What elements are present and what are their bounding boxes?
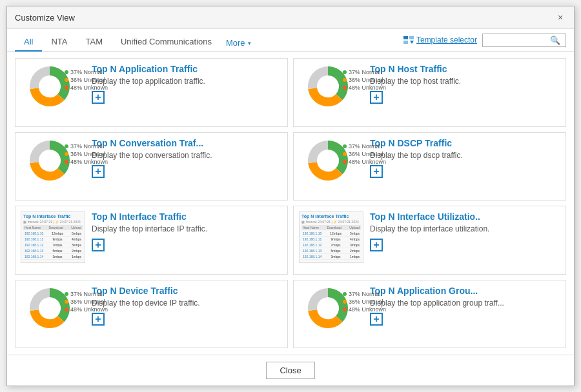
add-widget-button[interactable]: +	[370, 239, 383, 251]
legend-item: 48% Unknown	[343, 306, 386, 313]
toolbar: All NTA TAM Unified Communications More …	[7, 29, 574, 52]
card-top-n-conversation: 37% Normal 36% Unusual 48% Unknown Top N…	[15, 132, 288, 201]
card-description: Display the top application traffic.	[92, 77, 282, 86]
customize-view-dialog: Customize View × All NTA TAM Unified Com…	[6, 6, 575, 386]
card-thumbnail: Top N Interface Traffic ▦ Interval: 24:0…	[21, 211, 85, 263]
legend-item: 36% Unusual	[65, 299, 108, 305]
legend-item: 48% Unknown	[343, 84, 386, 91]
legend-item: 37% Normal	[343, 143, 386, 150]
close-button[interactable]: Close	[266, 362, 314, 379]
tab-all[interactable]: All	[15, 33, 42, 52]
legend-dot	[65, 78, 68, 82]
add-widget-button[interactable]: +	[92, 313, 105, 326]
add-widget-button[interactable]: +	[92, 165, 105, 178]
card-title: Top N Conversation Traf...	[92, 138, 282, 148]
donut-chart: 37% Normal 36% Unusual 48% Unknown	[305, 286, 357, 337]
legend-item: 36% Unusual	[343, 77, 386, 83]
card-top-n-interface-util: Top N Interface Traffic ▦ Interval: 24:0…	[293, 206, 566, 275]
card-info: Top N Application Grou... Display the to…	[370, 286, 560, 326]
donut-legend: 37% Normal 36% Unusual 48% Unknown	[343, 291, 386, 313]
legend-label: 36% Unusual	[349, 299, 383, 305]
legend-dot	[65, 144, 68, 148]
search-input[interactable]	[485, 35, 550, 44]
legend-item: 36% Unusual	[343, 151, 386, 157]
card-description: Display the top conversation traffic.	[92, 151, 282, 160]
card-description: Display the top dscp traffic.	[370, 151, 560, 160]
legend-dot	[65, 300, 68, 304]
tab-unified-communications[interactable]: Unified Communications	[112, 33, 221, 52]
card-top-n-dscp: 37% Normal 36% Unusual 48% Unknown Top N…	[293, 132, 566, 201]
toolbar-right: Template selector 🔍	[403, 34, 566, 51]
card-description: Display the top device IP traffic.	[92, 299, 282, 308]
tab-nta[interactable]: NTA	[42, 33, 76, 52]
legend-dot	[65, 160, 68, 164]
search-icon: 🔍	[550, 35, 560, 45]
donut-legend: 37% Normal 36% Unusual 48% Unknown	[343, 69, 386, 91]
template-icon	[403, 36, 414, 44]
legend-item: 36% Unusual	[343, 299, 386, 305]
legend-dot	[343, 160, 347, 164]
legend-dot	[65, 70, 68, 74]
legend-label: 36% Unusual	[70, 77, 105, 83]
legend-label: 37% Normal	[349, 291, 381, 297]
donut-legend: 37% Normal 36% Unusual 48% Unknown	[343, 143, 386, 165]
legend-dot	[343, 300, 347, 304]
legend-item: 37% Normal	[65, 291, 108, 297]
legend-dot	[343, 70, 347, 74]
legend-label: 36% Unusual	[70, 151, 105, 157]
dialog-close-button[interactable]: ×	[555, 12, 566, 23]
legend-dot	[65, 152, 68, 156]
table-thumbnail: Top N Interface Traffic ▦ Interval: 24:0…	[299, 211, 363, 263]
card-thumbnail: 37% Normal 36% Unusual 48% Unknown	[21, 138, 85, 190]
legend-label: 48% Unknown	[70, 84, 108, 91]
card-thumbnail: 37% Normal 36% Unusual 48% Unknown	[299, 138, 363, 190]
add-widget-button[interactable]: +	[370, 165, 383, 178]
legend-dot	[65, 292, 68, 296]
svg-marker-3	[410, 41, 414, 44]
svg-rect-2	[403, 41, 408, 44]
legend-item: 48% Unknown	[343, 159, 386, 165]
legend-label: 37% Normal	[70, 291, 103, 297]
card-description: Display the top interface utilization.	[370, 224, 560, 233]
legend-item: 36% Unusual	[65, 77, 108, 83]
legend-item: 37% Normal	[65, 143, 108, 150]
legend-label: 36% Unusual	[349, 77, 383, 83]
legend-label: 37% Normal	[349, 69, 381, 75]
legend-dot	[343, 308, 347, 311]
donut-chart: 37% Normal 36% Unusual 48% Unknown	[27, 138, 79, 190]
add-widget-button[interactable]: +	[370, 91, 383, 104]
tab-tam[interactable]: TAM	[77, 33, 112, 52]
card-info: Top N Application Traffic Display the to…	[92, 64, 282, 104]
card-thumbnail: 37% Normal 36% Unusual 48% Unknown	[21, 286, 85, 337]
legend-label: 48% Unknown	[349, 306, 386, 313]
legend-dot	[343, 292, 347, 296]
legend-label: 48% Unknown	[349, 84, 386, 91]
card-top-n-host-traffic: 37% Normal 36% Unusual 48% Unknown Top N…	[293, 58, 566, 127]
card-title: Top N Host Traffic	[370, 64, 560, 74]
title-bar: Customize View ×	[7, 6, 574, 29]
legend-dot	[343, 78, 347, 82]
legend-item: 37% Normal	[65, 69, 108, 75]
template-selector-label: Template selector	[416, 35, 477, 44]
add-widget-button[interactable]: +	[92, 239, 105, 251]
tab-bar: All NTA TAM Unified Communications	[15, 33, 221, 51]
card-description: Display the top application group traff.…	[370, 299, 560, 308]
template-selector-link[interactable]: Template selector	[403, 35, 477, 44]
more-button[interactable]: More ▾	[221, 34, 256, 52]
add-widget-button[interactable]: +	[370, 313, 383, 326]
add-widget-button[interactable]: +	[92, 91, 105, 104]
legend-dot	[65, 308, 68, 311]
card-title: Top N Interface Traffic	[92, 211, 282, 222]
card-title: Top N Device Traffic	[92, 286, 282, 296]
card-description: Display the top interface IP traffic.	[92, 224, 282, 233]
card-thumbnail: 37% Normal 36% Unusual 48% Unknown	[21, 64, 85, 115]
card-thumbnail: 37% Normal 36% Unusual 48% Unknown	[299, 64, 363, 115]
card-info: Top N DSCP Traffic Display the top dscp …	[370, 138, 560, 178]
card-top-n-device-traffic: 37% Normal 36% Unusual 48% Unknown Top N…	[15, 280, 288, 349]
donut-chart: 37% Normal 36% Unusual 48% Unknown	[27, 286, 79, 337]
legend-dot	[343, 144, 347, 148]
card-info: Top N Host Traffic Display the top host …	[370, 64, 560, 104]
legend-dot	[343, 152, 347, 156]
legend-label: 37% Normal	[349, 143, 381, 150]
donut-legend: 37% Normal 36% Unusual 48% Unknown	[65, 291, 108, 313]
